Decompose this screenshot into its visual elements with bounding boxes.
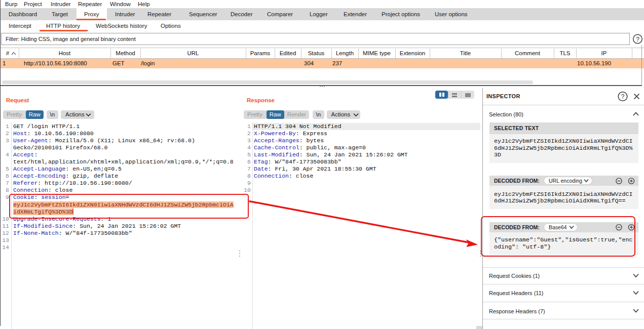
svg-text:?: ? [636, 36, 639, 43]
svg-text:?: ? [621, 93, 625, 100]
